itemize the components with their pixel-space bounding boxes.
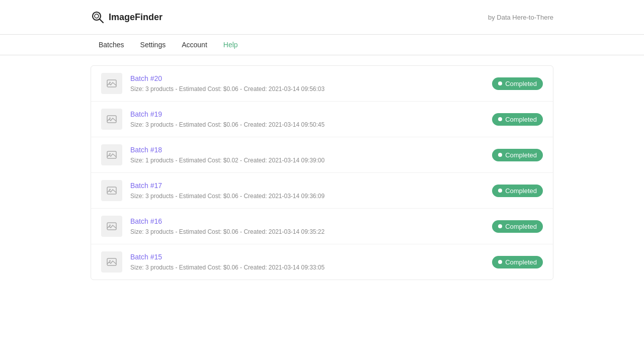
batch-info: Batch #20 Size: 3 products - Estimated C…	[130, 74, 492, 93]
svg-point-2	[95, 14, 99, 18]
status-badge: Completed	[492, 220, 543, 233]
batch-thumbnail	[101, 109, 122, 130]
main-content: Batch #20 Size: 3 products - Estimated C…	[0, 55, 644, 290]
status-badge: Completed	[492, 256, 543, 268]
status-label: Completed	[505, 187, 537, 195]
tagline: by Data Here-to-There	[488, 14, 553, 21]
batch-title-link[interactable]: Batch #16	[130, 217, 492, 225]
batch-title-link[interactable]: Batch #17	[130, 182, 492, 190]
batch-title-link[interactable]: Batch #20	[130, 74, 492, 82]
status-label: Completed	[505, 258, 537, 266]
status-badge: Completed	[492, 77, 543, 90]
status-badge: Completed	[492, 149, 543, 161]
image-icon	[106, 256, 117, 267]
list-item: Batch #20 Size: 3 products - Estimated C…	[91, 66, 553, 102]
status-dot	[498, 81, 502, 85]
list-item: Batch #17 Size: 3 products - Estimated C…	[91, 173, 553, 209]
status-dot	[498, 224, 502, 228]
image-icon	[106, 185, 117, 196]
status-label: Completed	[505, 80, 537, 87]
batch-title-link[interactable]: Batch #19	[130, 110, 492, 118]
batch-thumbnail	[101, 216, 122, 237]
svg-point-14	[109, 260, 111, 262]
batch-info: Batch #15 Size: 3 products - Estimated C…	[130, 253, 492, 272]
batch-meta: Size: 3 products - Estimated Cost: $0.06…	[130, 228, 325, 235]
nav-settings[interactable]: Settings	[132, 35, 174, 55]
status-badge: Completed	[492, 185, 543, 197]
batch-info: Batch #17 Size: 3 products - Estimated C…	[130, 182, 492, 200]
batch-meta: Size: 3 products - Estimated Cost: $0.06…	[130, 121, 325, 128]
image-icon	[106, 114, 117, 125]
app-title: ImageFinder	[109, 12, 163, 23]
nav-help[interactable]: Help	[215, 35, 246, 55]
list-item: Batch #19 Size: 3 products - Estimated C…	[91, 102, 553, 137]
batch-list: Batch #20 Size: 3 products - Estimated C…	[91, 65, 553, 280]
list-item: Batch #18 Size: 1 products - Estimated C…	[91, 137, 553, 173]
image-icon	[106, 221, 117, 232]
batch-info: Batch #19 Size: 3 products - Estimated C…	[130, 110, 492, 129]
image-icon	[106, 78, 117, 89]
batch-meta: Size: 1 products - Estimated Cost: $0.02…	[130, 157, 325, 164]
nav-account[interactable]: Account	[174, 35, 215, 55]
list-item: Batch #15 Size: 3 products - Estimated C…	[91, 244, 553, 280]
search-icon	[91, 10, 105, 24]
batch-thumbnail	[101, 73, 122, 94]
svg-point-4	[109, 82, 111, 83]
svg-point-12	[109, 225, 111, 226]
svg-point-6	[109, 118, 111, 119]
batch-meta: Size: 3 products - Estimated Cost: $0.06…	[130, 264, 325, 271]
batch-thumbnail	[101, 251, 122, 273]
image-icon	[106, 149, 117, 160]
status-dot	[498, 189, 502, 193]
list-item: Batch #16 Size: 3 products - Estimated C…	[91, 209, 553, 244]
nav-batches[interactable]: Batches	[91, 35, 132, 55]
logo-area: ImageFinder	[91, 10, 163, 24]
batch-info: Batch #18 Size: 1 products - Estimated C…	[130, 146, 492, 164]
svg-point-10	[109, 189, 111, 191]
header: ImageFinder by Data Here-to-There	[0, 0, 644, 35]
status-label: Completed	[505, 151, 537, 159]
batch-meta: Size: 3 products - Estimated Cost: $0.06…	[130, 193, 325, 200]
svg-point-8	[109, 153, 111, 155]
status-dot	[498, 117, 502, 121]
batch-title-link[interactable]: Batch #18	[130, 146, 492, 154]
svg-line-1	[100, 19, 103, 23]
batch-thumbnail	[101, 180, 122, 201]
batch-thumbnail	[101, 144, 122, 165]
main-nav: Batches Settings Account Help	[0, 35, 644, 55]
batch-title-link[interactable]: Batch #15	[130, 253, 492, 261]
status-badge: Completed	[492, 113, 543, 126]
batch-info: Batch #16 Size: 3 products - Estimated C…	[130, 217, 492, 236]
status-dot	[498, 153, 502, 157]
status-label: Completed	[505, 223, 537, 230]
batch-meta: Size: 3 products - Estimated Cost: $0.06…	[130, 85, 325, 93]
status-dot	[498, 260, 502, 264]
status-label: Completed	[505, 116, 537, 123]
